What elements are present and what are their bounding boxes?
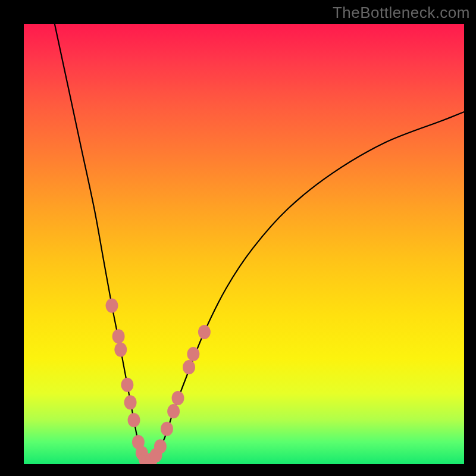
marker-point bbox=[198, 325, 211, 339]
marker-point bbox=[167, 404, 180, 418]
marker-point bbox=[114, 343, 127, 357]
plot-area bbox=[24, 24, 464, 464]
marker-point bbox=[172, 391, 184, 405]
marker-point bbox=[121, 378, 133, 392]
marker-point bbox=[154, 439, 167, 453]
marker-group bbox=[106, 299, 211, 465]
marker-point bbox=[112, 329, 125, 343]
watermark-text: TheBottleneck.com bbox=[333, 4, 470, 22]
marker-point bbox=[183, 360, 195, 374]
marker-point bbox=[124, 395, 137, 409]
marker-point bbox=[187, 347, 199, 361]
chart-overlay bbox=[24, 24, 464, 464]
chart-frame: TheBottleneck.com bbox=[0, 0, 476, 476]
marker-point bbox=[128, 413, 140, 427]
curve-group bbox=[55, 24, 464, 462]
curve-right-branch bbox=[147, 112, 464, 462]
marker-point bbox=[161, 422, 173, 436]
marker-point bbox=[106, 299, 118, 313]
